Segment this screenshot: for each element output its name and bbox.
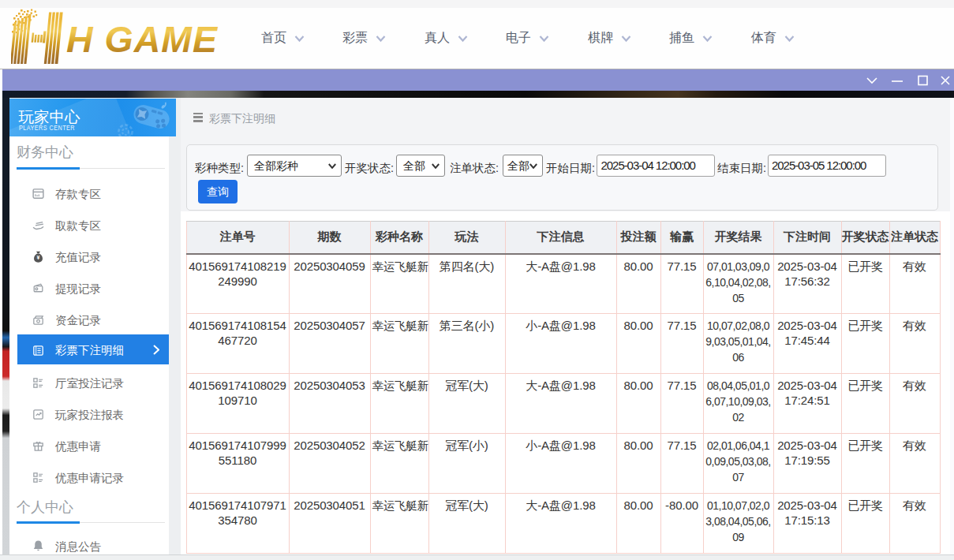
svg-text:H GAME: H GAME (66, 19, 219, 60)
svg-text:¥: ¥ (37, 255, 40, 261)
